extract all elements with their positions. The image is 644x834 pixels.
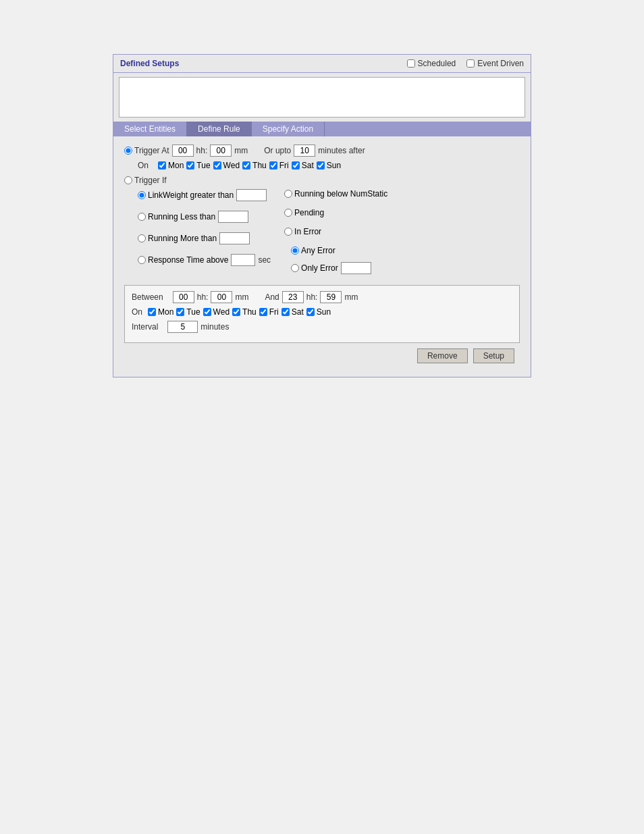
trigger-hh-input[interactable] [172, 145, 194, 157]
running-more-row: Running More than [138, 232, 271, 244]
trigger-at-radio-label[interactable]: Trigger At [124, 146, 169, 155]
days-row-1: On Mon Tue Wed Thu [138, 161, 520, 170]
or-upto-input[interactable] [294, 145, 315, 157]
event-driven-checkbox-label[interactable]: Event Driven [466, 59, 524, 68]
any-error-radio[interactable] [291, 246, 299, 255]
running-below-radio-label[interactable]: Running below NumStatic [284, 189, 387, 199]
running-more-radio[interactable] [138, 234, 146, 242]
fri-checkbox-label-1[interactable]: Fri [269, 161, 289, 170]
pending-label: Pending [294, 208, 324, 217]
trigger-at-section: Trigger At hh: mm Or upto minutes after … [124, 145, 520, 170]
trigger-at-radio[interactable] [124, 147, 132, 155]
tab-select-entities[interactable]: Select Entities [113, 122, 187, 136]
between-label: Between [132, 292, 163, 302]
running-more-input[interactable] [219, 232, 250, 244]
action-row: Remove Setup [124, 343, 520, 369]
response-time-input[interactable] [231, 254, 255, 266]
tue-checkbox-label-2[interactable]: Tue [176, 307, 200, 317]
between-mm1-input[interactable] [211, 291, 232, 303]
sat-checkbox-label-2[interactable]: Sat [281, 307, 304, 317]
running-less-input[interactable] [218, 211, 248, 223]
sun-checkbox-2[interactable] [306, 308, 315, 316]
link-weight-radio-label[interactable]: LinkWeight greater than [138, 190, 234, 200]
any-error-radio-label[interactable]: Any Error [291, 246, 336, 255]
between-mm1-label: mm [235, 292, 248, 302]
mon-checkbox-label-1[interactable]: Mon [158, 161, 184, 170]
on-label-1: On [138, 161, 149, 170]
mon-label-1: Mon [168, 161, 184, 170]
mon-checkbox-label-2[interactable]: Mon [148, 307, 173, 317]
trigger-mm-input[interactable] [210, 145, 232, 157]
trigger-if-section: Trigger If LinkWeight greater than [124, 176, 520, 278]
sun-checkbox-label-2[interactable]: Sun [306, 307, 331, 317]
running-less-radio-label[interactable]: Running Less than [138, 212, 215, 221]
trigger-if-left-col: LinkWeight greater than Running Less tha… [138, 189, 271, 278]
only-error-label: Only Error [301, 263, 338, 273]
fri-checkbox-1[interactable] [269, 161, 277, 170]
fri-checkbox-2[interactable] [259, 308, 267, 316]
tue-label-1: Tue [196, 161, 210, 170]
tab-specify-action[interactable]: Specify Action [252, 122, 325, 136]
days-row-2: On Mon Tue Wed Thu [132, 307, 512, 317]
fri-checkbox-label-2[interactable]: Fri [259, 307, 279, 317]
trigger-if-radio[interactable] [124, 176, 132, 184]
running-below-radio[interactable] [284, 190, 292, 198]
in-error-radio[interactable] [284, 228, 292, 236]
only-error-radio[interactable] [291, 264, 299, 272]
thu-checkbox-label-1[interactable]: Thu [242, 161, 267, 170]
sat-checkbox-2[interactable] [281, 308, 290, 316]
sat-checkbox-1[interactable] [292, 161, 300, 170]
only-error-radio-label[interactable]: Only Error [291, 263, 338, 273]
response-time-radio-label[interactable]: Response Time above [138, 255, 228, 265]
wed-label-1: Wed [223, 161, 240, 170]
sun-checkbox-1[interactable] [317, 161, 325, 170]
trigger-if-label: Trigger If [134, 176, 167, 185]
in-error-row: In Error [284, 227, 387, 236]
trigger-hh-label: hh: [196, 146, 208, 155]
tab-define-rule[interactable]: Define Rule [187, 122, 252, 136]
tue-checkbox-2[interactable] [176, 308, 184, 316]
tue-checkbox-label-1[interactable]: Tue [186, 161, 210, 170]
link-weight-radio[interactable] [138, 191, 146, 199]
between-hh2-label: hh: [306, 292, 318, 302]
trigger-mm-label: mm [234, 146, 248, 155]
wed-checkbox-label-2[interactable]: Wed [203, 307, 230, 317]
list-area[interactable] [119, 77, 525, 118]
scheduled-checkbox-label[interactable]: Scheduled [407, 59, 456, 68]
tue-label-2: Tue [186, 307, 200, 317]
running-less-radio[interactable] [138, 213, 146, 221]
running-more-radio-label[interactable]: Running More than [138, 234, 217, 243]
in-error-radio-label[interactable]: In Error [284, 227, 321, 236]
event-driven-checkbox[interactable] [466, 59, 475, 68]
thu-checkbox-label-2[interactable]: Thu [232, 307, 257, 317]
only-error-input[interactable] [341, 262, 371, 274]
link-weight-input[interactable] [236, 189, 267, 201]
trigger-if-radio-label[interactable]: Trigger If [124, 176, 167, 185]
between-hh2-input[interactable] [282, 291, 304, 303]
response-time-radio[interactable] [138, 256, 146, 264]
between-mm2-input[interactable] [320, 291, 342, 303]
mon-checkbox-2[interactable] [148, 308, 156, 316]
pending-row: Pending [284, 208, 387, 217]
on-label-2: On [132, 307, 142, 317]
thu-checkbox-2[interactable] [232, 308, 240, 316]
thu-label-1: Thu [252, 161, 267, 170]
pending-radio-label[interactable]: Pending [284, 208, 324, 217]
panel-header: Defined Setups Scheduled Event Driven [113, 55, 531, 73]
sat-checkbox-label-1[interactable]: Sat [292, 161, 314, 170]
wed-checkbox-1[interactable] [213, 161, 221, 170]
wed-checkbox-label-1[interactable]: Wed [213, 161, 240, 170]
wed-checkbox-2[interactable] [203, 308, 211, 316]
thu-checkbox-1[interactable] [242, 161, 250, 170]
pending-radio[interactable] [284, 209, 292, 217]
link-weight-row: LinkWeight greater than [138, 189, 271, 201]
interval-input[interactable] [167, 321, 198, 333]
sun-checkbox-label-1[interactable]: Sun [317, 161, 341, 170]
scheduled-checkbox[interactable] [407, 59, 415, 68]
between-hh1-input[interactable] [173, 291, 194, 303]
tue-checkbox-1[interactable] [186, 161, 194, 170]
minutes-after-label: minutes after [318, 146, 365, 155]
mon-checkbox-1[interactable] [158, 161, 166, 170]
setup-button[interactable]: Setup [473, 348, 514, 363]
remove-button[interactable]: Remove [417, 348, 468, 363]
